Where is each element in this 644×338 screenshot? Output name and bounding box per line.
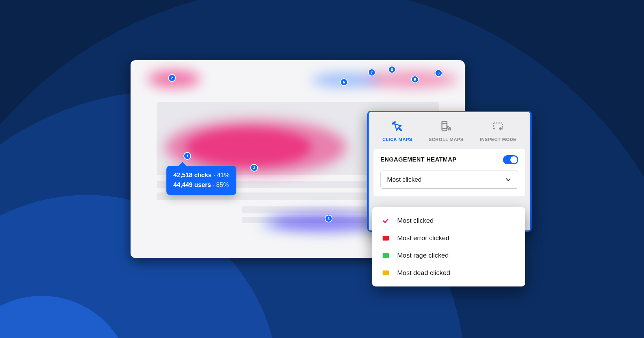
heatmap-toggle[interactable] (503, 155, 518, 164)
marker-tooltip: 42,518 clicks · 41% 44,449 users · 85% (166, 166, 236, 195)
svg-rect-0 (442, 121, 447, 131)
dropdown-option-most-error-clicked[interactable]: Most error clicked (372, 229, 525, 247)
heatmap-marker[interactable]: 9 (411, 76, 419, 83)
scroll-icon (440, 120, 452, 133)
heatmap-marker[interactable]: 1 (183, 152, 191, 160)
tooltip-clicks-pct: 41% (217, 172, 229, 179)
heatmap-marker[interactable]: 7 (368, 69, 376, 76)
panel-tabs: CLICK MAPS SCROLL MAPS INSPECT MODE (369, 118, 530, 149)
heatmap-marker[interactable]: 2 (168, 74, 176, 82)
cursor-click-icon (391, 120, 403, 133)
tab-inspect-mode[interactable]: INSPECT MODE (480, 120, 516, 142)
tooltip-users-value: 44,449 users (173, 181, 211, 188)
dropdown-option-most-dead-clicked[interactable]: Most dead clicked (372, 264, 525, 282)
tab-label: INSPECT MODE (480, 137, 516, 142)
tooltip-users-pct: 85% (216, 181, 229, 188)
engagement-heatmap-card: ENGAGEMENT HEATMAP Most clicked (374, 149, 525, 196)
rage-badge-icon (382, 252, 390, 259)
dropdown-option-most-rage-clicked[interactable]: Most rage clicked (372, 247, 525, 264)
heatmap-marker[interactable]: 3 (435, 69, 442, 77)
inspect-icon (492, 120, 504, 133)
heatmap-marker[interactable]: 3 (250, 164, 258, 172)
tab-label: CLICK MAPS (383, 137, 413, 142)
dropdown-option-label: Most dead clicked (397, 269, 450, 277)
dead-badge-icon (382, 269, 390, 277)
error-badge-icon (382, 234, 390, 242)
tooltip-sep: · (211, 181, 216, 188)
tooltip-clicks-value: 42,518 clicks (173, 172, 212, 179)
tab-scroll-maps[interactable]: SCROLL MAPS (429, 120, 464, 142)
heatmap-marker[interactable]: 5 (325, 215, 332, 222)
tab-label: SCROLL MAPS (429, 137, 464, 142)
dropdown-option-label: Most error clicked (397, 234, 449, 242)
dropdown-option-label: Most rage clicked (397, 252, 449, 259)
heatmap-sort-select[interactable]: Most clicked (380, 171, 518, 189)
dropdown-option-most-clicked[interactable]: Most clicked (372, 212, 525, 229)
dropdown-option-label: Most clicked (397, 217, 434, 225)
tooltip-sep: · (212, 172, 217, 179)
check-icon (382, 217, 390, 225)
chevron-down-icon (505, 176, 512, 183)
heatmap-marker[interactable]: 6 (340, 78, 348, 86)
heatmap-marker[interactable]: 8 (388, 66, 396, 73)
heatmap-sort-dropdown: Most clicked Most error clicked Most rag… (372, 207, 525, 286)
card-title: ENGAGEMENT HEATMAP (380, 156, 456, 163)
tab-click-maps[interactable]: CLICK MAPS (383, 120, 413, 142)
select-value: Most clicked (387, 176, 422, 183)
